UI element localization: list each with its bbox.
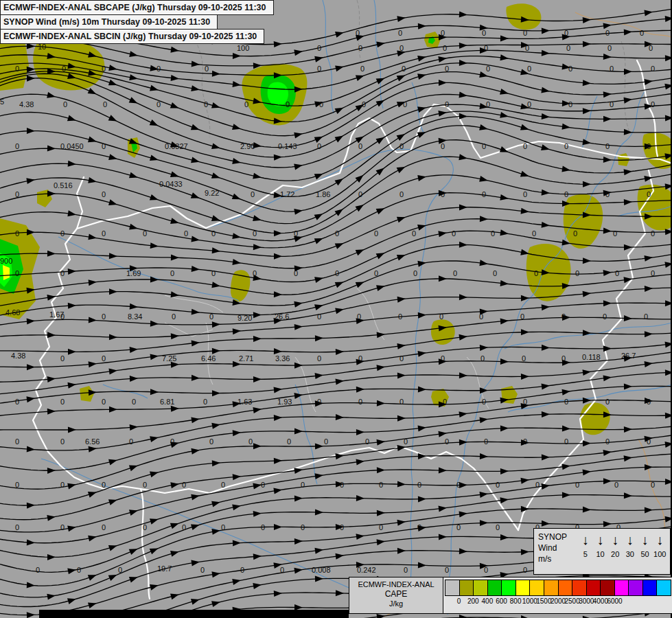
- streamline-arrowhead-icon: [108, 80, 118, 88]
- river: [374, 0, 383, 108]
- streamline-arrowhead-icon: [356, 202, 366, 211]
- streamline-arrowhead-icon: [232, 124, 242, 132]
- streamline-arrowhead-icon: [376, 538, 385, 545]
- streamline: [0, 372, 672, 417]
- streamline-arrowhead-icon: [397, 296, 406, 303]
- streamline-arrowhead-icon: [645, 331, 653, 337]
- wind-speed-value: 30: [623, 550, 638, 558]
- streamline-arrowhead-icon: [170, 218, 180, 226]
- streamline-arrowhead-icon: [274, 457, 282, 464]
- streamline-arrowhead-icon: [232, 194, 242, 203]
- streamline-arrowhead-icon: [624, 129, 632, 135]
- streamline-arrowhead-icon: [130, 265, 138, 271]
- streamline-arrowhead-icon: [88, 137, 97, 145]
- streamline-arrowhead-icon: [129, 172, 139, 181]
- title-sbcin: ECMWF-INDEX-ANAL SBCIN (J/kg) Thursday 0…: [0, 29, 264, 44]
- streamline-arrowhead-icon: [232, 577, 242, 585]
- streamline-arrowhead-icon: [191, 85, 200, 93]
- streamline-arrowhead-icon: [67, 524, 77, 531]
- streamline-arrowhead-icon: [479, 124, 489, 133]
- streamline-arrowhead-icon: [130, 304, 139, 310]
- streamline-arrowhead-icon: [417, 54, 427, 61]
- streamline-arrowhead-icon: [68, 426, 76, 433]
- streamline: [0, 94, 672, 168]
- streamline-arrowhead-icon: [108, 542, 118, 551]
- streamline-arrowhead-icon: [335, 176, 345, 185]
- wind-arrow-icon: ↓: [607, 529, 623, 550]
- streamline-arrowhead-icon: [480, 47, 488, 54]
- streamline-arrowhead-icon: [459, 411, 468, 417]
- wind-legend-scale: ↓5↓10↓20↓30↓50↓100: [575, 529, 670, 574]
- streamline-arrowhead-icon: [88, 600, 97, 608]
- streamline-arrowhead-icon: [542, 113, 551, 120]
- wind-legend: SYNOP Wind m/s ↓5↓10↓20↓30↓50↓100: [533, 528, 671, 575]
- streamline-arrowhead-icon: [397, 481, 406, 488]
- streamline-arrowhead-icon: [314, 236, 324, 244]
- streamline-arrowhead-icon: [397, 14, 406, 22]
- streamline-arrowhead-icon: [27, 612, 35, 618]
- streamline-arrowhead-icon: [418, 562, 426, 569]
- streamline-arrowhead-icon: [274, 230, 282, 236]
- streamline-arrowhead-icon: [212, 321, 220, 328]
- streamline-arrowhead-icon: [129, 97, 139, 106]
- streamline-arrowhead-icon: [89, 360, 97, 367]
- streamline-arrowhead-icon: [542, 345, 550, 351]
- wind-speed-value: 100: [652, 550, 667, 558]
- streamline-arrowhead-icon: [192, 339, 200, 346]
- streamline-arrowhead-icon: [397, 372, 406, 378]
- streamline-arrowhead-icon: [356, 247, 366, 255]
- streamline-arrowhead-icon: [335, 279, 345, 288]
- streamline-arrowhead-icon: [500, 468, 509, 474]
- streamline-arrowhead-icon: [294, 162, 303, 170]
- streamline-arrowhead-icon: [376, 76, 386, 84]
- streamline-arrowhead-icon: [583, 440, 591, 446]
- streamline-arrowhead-icon: [439, 137, 448, 144]
- streamline-arrowhead-icon: [88, 572, 97, 581]
- streamline-arrowhead-icon: [500, 358, 509, 365]
- cape-tick-label: 1000: [522, 597, 537, 605]
- streamline-arrowhead-icon: [47, 554, 56, 560]
- wind-speed-value: 10: [593, 550, 608, 558]
- streamline-arrowhead-icon: [376, 283, 386, 291]
- streamline-arrowhead-icon: [47, 514, 56, 521]
- cape-color-cell: [530, 580, 544, 595]
- streamline-arrowhead-icon: [171, 361, 179, 368]
- streamline-arrowhead-icon: [480, 387, 488, 393]
- streamline-arrowhead-icon: [273, 561, 282, 569]
- cape-patch: [231, 270, 250, 301]
- cape-patch: [506, 3, 541, 30]
- streamline-arrowhead-icon: [314, 211, 325, 220]
- wind-arrow-icon: ↓: [623, 529, 638, 550]
- streamline-arrowhead-icon: [418, 496, 426, 502]
- streamline-arrowhead-icon: [541, 144, 551, 152]
- streamline-arrowhead-icon: [253, 275, 262, 282]
- streamline-arrowhead-icon: [542, 27, 550, 34]
- streamline-arrowhead-icon: [315, 509, 323, 515]
- streamline-arrowhead-icon: [418, 525, 427, 531]
- streamline-arrowhead-icon: [541, 382, 550, 389]
- streamline-arrowhead-icon: [479, 176, 489, 183]
- streamline-arrowhead-icon: [109, 288, 117, 295]
- streamline-arrowhead-icon: [89, 279, 97, 286]
- streamline-arrowhead-icon: [191, 157, 200, 165]
- streamline-arrowhead-icon: [315, 400, 323, 407]
- streamline-arrowhead-icon: [500, 112, 509, 119]
- streamline-arrowhead-icon: [645, 41, 653, 47]
- streamline-arrowhead-icon: [191, 597, 200, 605]
- streamline-arrowhead-icon: [294, 234, 303, 242]
- streamline-arrowhead-icon: [68, 302, 76, 309]
- streamline-arrowhead-icon: [150, 154, 159, 163]
- streamline-arrowhead-icon: [624, 315, 632, 321]
- streamline-arrowhead-icon: [542, 411, 550, 417]
- streamline-arrowhead-icon: [438, 229, 447, 237]
- streamline-arrowhead-icon: [520, 171, 530, 179]
- streamline-arrowhead-icon: [521, 439, 529, 446]
- cape-colorbar-wrap: 0200400600800100015002000250030004000600…: [443, 577, 672, 613]
- streamline-arrowhead-icon: [603, 478, 612, 484]
- streamline-arrowhead-icon: [211, 599, 221, 607]
- streamline-arrowhead-icon: [459, 92, 467, 99]
- streamline-arrowhead-icon: [314, 134, 325, 143]
- streamline-arrowhead-icon: [274, 192, 283, 199]
- streamline-arrowhead-icon: [27, 318, 36, 325]
- streamline-arrowhead-icon: [108, 457, 118, 466]
